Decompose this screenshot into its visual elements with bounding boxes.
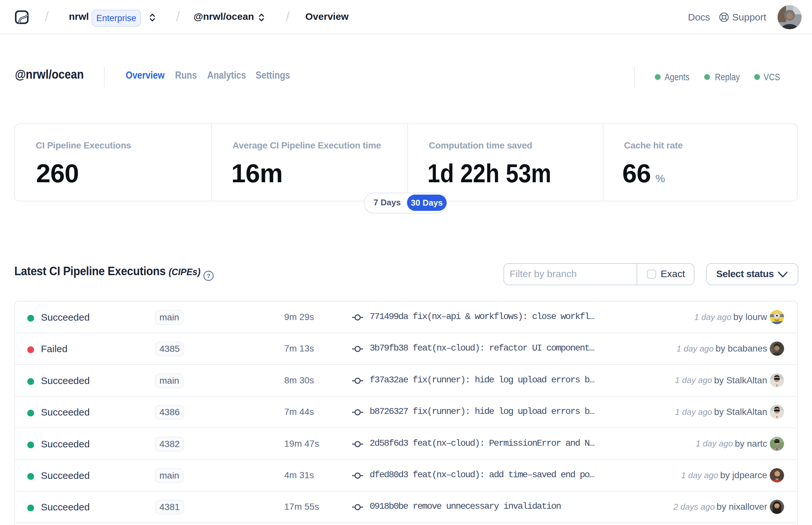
svg-text:?: ? xyxy=(206,273,211,280)
